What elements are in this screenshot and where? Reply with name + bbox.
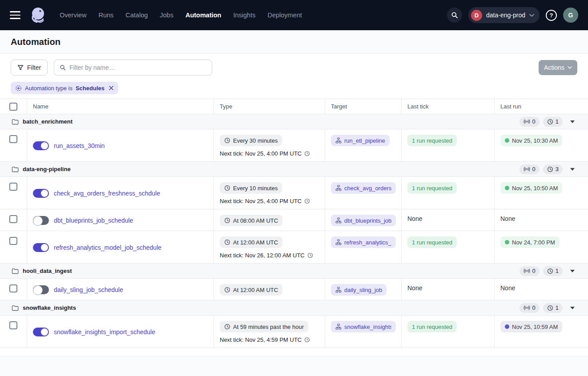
- column-header-name: Name: [27, 99, 214, 114]
- caret-down-icon[interactable]: [570, 270, 575, 272]
- nav-item-runs[interactable]: Runs: [98, 12, 113, 19]
- automation-name-link[interactable]: daily_sling_job_schedule: [54, 286, 123, 293]
- user-avatar[interactable]: G: [563, 8, 578, 23]
- close-icon[interactable]: [109, 85, 114, 91]
- automation-name-link[interactable]: check_avg_orders_freshness_schdule: [54, 190, 160, 197]
- last-tick-none: None: [407, 284, 422, 292]
- chevron-down-icon: [529, 14, 534, 17]
- row-checkbox[interactable]: [9, 284, 17, 292]
- clock-icon: [224, 217, 230, 224]
- nav-item-jobs[interactable]: Jobs: [160, 12, 173, 19]
- schedule-count-badge: 1: [543, 117, 563, 127]
- nav-item-deployment[interactable]: Deployment: [267, 12, 302, 19]
- group-name: snowflake_insights: [23, 304, 76, 311]
- filter-chip-value: Schedules: [76, 85, 105, 92]
- target-link[interactable]: run_etl_pipeline: [331, 135, 390, 146]
- caret-down-icon[interactable]: [570, 307, 575, 309]
- row-checkbox[interactable]: [9, 135, 17, 143]
- filter-button[interactable]: Filter: [11, 60, 48, 76]
- target-link[interactable]: daily_sling_job: [331, 284, 387, 296]
- automation-row: run_assets_30min Every 30 minutes Next t…: [0, 129, 588, 162]
- schedule-pill-label: Every 30 minutes: [233, 137, 278, 144]
- schedule-count-badge: 1: [543, 266, 563, 276]
- last-tick-pill-label: 1 run requested: [412, 324, 452, 330]
- clock-icon: [547, 166, 553, 172]
- clock-icon: [224, 239, 230, 245]
- sensor-count-badge: 0: [520, 117, 540, 127]
- target-link[interactable]: refresh_analytics_r: [331, 236, 396, 248]
- last-tick-pill: 1 run requested: [407, 236, 457, 248]
- column-header-type: Type: [214, 99, 325, 114]
- sensor-count-badge: 0: [520, 266, 540, 276]
- enabled-toggle[interactable]: [33, 189, 49, 198]
- automations-table: Name Type Target Last tick Last run batc…: [0, 99, 588, 348]
- clock-icon: [547, 305, 553, 311]
- folder-icon: [12, 166, 19, 172]
- automation-row: snowflake_insights_import_schedule At 59…: [0, 316, 588, 348]
- page-header: Automation: [0, 30, 588, 54]
- enabled-toggle[interactable]: [33, 141, 49, 150]
- next-tick: Next tick: Nov 25, 4:00 PM UTC: [220, 198, 319, 204]
- clock-icon: [224, 324, 230, 330]
- automation-row: check_avg_orders_freshness_schdule Every…: [0, 177, 588, 209]
- target-link[interactable]: snowflake_insights: [331, 321, 396, 332]
- page-footer-area: [0, 356, 588, 376]
- schedule-type-pill: Every 10 minutes: [220, 182, 282, 194]
- nav-item-automation[interactable]: Automation: [185, 12, 222, 19]
- enabled-toggle[interactable]: [33, 216, 49, 225]
- automation-row: refresh_analytics_model_job_schedule At …: [0, 231, 588, 264]
- last-run-pill[interactable]: Nov 25, 10:50 AM: [500, 182, 562, 194]
- automation-name-link[interactable]: snowflake_insights_import_schedule: [54, 328, 155, 336]
- enabled-toggle[interactable]: [33, 328, 49, 336]
- deployment-switcher[interactable]: D data-eng-prod: [468, 7, 540, 23]
- last-tick-pill-label: 1 run requested: [412, 137, 452, 144]
- job-icon: [335, 137, 342, 144]
- deployment-badge: D: [471, 10, 482, 21]
- clock-icon: [304, 337, 310, 343]
- next-tick-label: Next tick: Nov 25, 4:59 PM UTC: [220, 336, 302, 343]
- menu-icon[interactable]: [10, 11, 20, 19]
- target-link[interactable]: check_avg_orders_: [331, 182, 396, 194]
- row-checkbox[interactable]: [9, 237, 17, 245]
- dagster-logo-icon[interactable]: [28, 5, 48, 25]
- enabled-toggle[interactable]: [33, 243, 49, 252]
- automation-name-link[interactable]: refresh_analytics_model_job_schedule: [54, 244, 161, 251]
- target-link[interactable]: dbt_blueprints_job: [331, 215, 396, 226]
- next-tick: Next tick: Nov 25, 4:59 PM UTC: [220, 336, 319, 343]
- clock-icon: [547, 268, 553, 274]
- row-checkbox[interactable]: [9, 183, 17, 191]
- question-icon: ?: [550, 12, 553, 19]
- job-icon: [335, 217, 342, 224]
- row-checkbox[interactable]: [9, 321, 17, 329]
- group-row[interactable]: data-eng-pipeline 0 3: [0, 162, 588, 177]
- automation-name-link[interactable]: run_assets_30min: [54, 142, 105, 149]
- target-link-label: snowflake_insights: [344, 324, 391, 330]
- top-nav: Overview Runs Catalog Jobs Automation In…: [0, 0, 588, 30]
- automation-name-link[interactable]: dbt_blueprints_job_schedule: [54, 217, 133, 224]
- table-header-row: Name Type Target Last tick Last run: [0, 99, 588, 114]
- caret-down-icon[interactable]: [570, 168, 575, 171]
- group-row[interactable]: snowflake_insights 0 1: [0, 300, 588, 316]
- caret-down-icon[interactable]: [570, 120, 575, 123]
- name-filter-input[interactable]: [69, 64, 206, 71]
- actions-button[interactable]: Actions: [539, 60, 577, 75]
- row-checkbox[interactable]: [9, 215, 17, 223]
- nav-item-catalog[interactable]: Catalog: [125, 12, 148, 19]
- nav-item-insights[interactable]: Insights: [233, 12, 255, 19]
- group-row[interactable]: batch_enrichment 0 1: [0, 114, 588, 129]
- funnel-icon: [17, 64, 24, 71]
- nav-item-overview[interactable]: Overview: [60, 12, 86, 19]
- select-all-checkbox[interactable]: [9, 103, 17, 111]
- last-run-pill[interactable]: Nov 25, 10:30 AM: [500, 135, 562, 146]
- global-search-button[interactable]: [447, 8, 462, 23]
- group-row[interactable]: hooli_data_ingest 0 1: [0, 264, 588, 279]
- page-title: Automation: [11, 37, 60, 47]
- last-run-none: None: [500, 215, 515, 222]
- last-run-pill[interactable]: Nov 25, 10:59 AM: [500, 321, 562, 332]
- filter-chip-automation-type[interactable]: Automation type is Schedules: [11, 82, 118, 94]
- sensor-icon: [524, 119, 530, 124]
- last-run-pill[interactable]: Nov 24, 7:00 PM: [500, 236, 560, 248]
- help-button[interactable]: ?: [546, 10, 557, 21]
- last-run-label: Nov 25, 10:30 AM: [512, 137, 558, 144]
- enabled-toggle[interactable]: [33, 285, 49, 294]
